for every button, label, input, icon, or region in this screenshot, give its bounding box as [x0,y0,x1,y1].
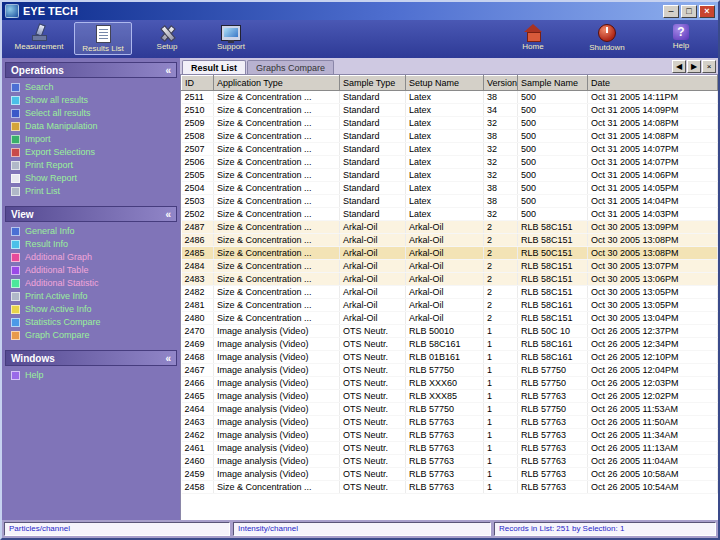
cell: OTS Neutr. [340,325,406,338]
sidebar-item-graph-compare[interactable]: Graph Compare [11,329,175,341]
toolbar-button-shutdown[interactable]: Shutdown [578,22,636,54]
table-row[interactable]: 2464Image analysis (Video)OTS Neutr.RLB … [182,403,718,416]
table-row[interactable]: 2465Image analysis (Video)OTS Neutr.RLB … [182,390,718,403]
tab-graphs-compare[interactable]: Graphs Compare [247,60,334,74]
table-row[interactable]: 2482Size & Concentration ...Arkal-OilArk… [182,286,718,299]
cell: Standard [340,195,406,208]
tab-result-list[interactable]: Result List [182,60,246,74]
sidebar-item-export-selections[interactable]: Export Selections [11,146,175,158]
cell: OTS Neutr. [340,351,406,364]
table-row[interactable]: 2508Size & Concentration ...StandardLate… [182,130,718,143]
toolbar-button-results-list[interactable]: Results List [74,22,132,55]
table-row[interactable]: 2460Image analysis (Video)OTS Neutr.RLB … [182,455,718,468]
cell: 2464 [182,403,214,416]
sidebar-item-general-info[interactable]: General Info [11,225,175,237]
cell: Oct 26 2005 11:04AM [588,455,718,468]
sidebar-item-additional-statistic[interactable]: Additional Statistic [11,277,175,289]
cell: Size & Concentration ... [214,208,340,221]
section-header-windows[interactable]: Windows« [5,350,177,366]
table-row[interactable]: 2503Size & Concentration ...StandardLate… [182,195,718,208]
table-row[interactable]: 2507Size & Concentration ...StandardLate… [182,143,718,156]
column-header-id[interactable]: ID [182,76,214,91]
maximize-button[interactable]: □ [681,5,697,18]
table-row[interactable]: 2462Image analysis (Video)OTS Neutr.RLB … [182,429,718,442]
cell: 2480 [182,312,214,325]
table-row[interactable]: 2487Size & Concentration ...Arkal-OilArk… [182,221,718,234]
table-row[interactable]: 2511Size & Concentration ...StandardLate… [182,91,718,104]
sidebar-item-show-active-info[interactable]: Show Active Info [11,303,175,315]
collapse-chevron-icon[interactable]: « [165,209,171,220]
sidebar-item-print-list[interactable]: Print List [11,185,175,197]
sidebar-item-print-report[interactable]: Print Report [11,159,175,171]
table-row[interactable]: 2486Size & Concentration ...Arkal-OilArk… [182,234,718,247]
cell: Oct 30 2005 13:07PM [588,260,718,273]
table-row[interactable]: 2505Size & Concentration ...StandardLate… [182,169,718,182]
table-row[interactable]: 2466Image analysis (Video)OTS Neutr.RLB … [182,377,718,390]
table-row[interactable]: 2506Size & Concentration ...StandardLate… [182,156,718,169]
sidebar-item-show-all-results[interactable]: Show all results [11,94,175,106]
table-row[interactable]: 2468Image analysis (Video)OTS Neutr.RLB … [182,351,718,364]
sidebar-item-statistics-compare[interactable]: Statistics Compare [11,316,175,328]
cell: Latex [406,104,484,117]
sidebar-item-show-report[interactable]: Show Report [11,172,175,184]
sidebar-item-additional-table[interactable]: Additional Table [11,264,175,276]
table-row-selected[interactable]: 2485Size & Concentration ...Arkal-OilArk… [182,247,718,260]
cell: RLB 58C161 [406,338,484,351]
close-button[interactable]: × [699,5,715,18]
column-header-version[interactable]: Version [484,76,518,91]
table-row[interactable]: 2458Size & Concentration ...OTS Neutr.RL… [182,481,718,494]
toolbar-button-setup[interactable]: Setup [138,22,196,55]
cell: Arkal-Oil [406,273,484,286]
cell: Oct 31 2005 14:03PM [588,208,718,221]
tab-scroll-right-button[interactable]: ▶ [687,60,701,73]
cell: Standard [340,182,406,195]
table-row[interactable]: 2461Image analysis (Video)OTS Neutr.RLB … [182,442,718,455]
cell: Size & Concentration ... [214,260,340,273]
table-row[interactable]: 2502Size & Concentration ...StandardLate… [182,208,718,221]
cell: 500 [518,143,588,156]
sidebar-item-search[interactable]: Search [11,81,175,93]
table-row[interactable]: 2469Image analysis (Video)OTS Neutr.RLB … [182,338,718,351]
table-row[interactable]: 2459Image analysis (Video)OTS Neutr.RLB … [182,468,718,481]
column-header-sample-type[interactable]: Sample Type [340,76,406,91]
sidebar-sections: Operations«SearchShow all resultsSelect … [5,62,177,383]
sidebar-item-select-all-results[interactable]: Select all results [11,107,175,119]
sidebar-item-import[interactable]: Import [11,133,175,145]
sidebar-item-print-active-info[interactable]: Print Active Info [11,290,175,302]
table-row[interactable]: 2467Image analysis (Video)OTS Neutr.RLB … [182,364,718,377]
toolbar-button-help[interactable]: ? Help [652,22,710,54]
tab-close-button[interactable]: × [702,60,716,73]
sidebar-item-additional-graph[interactable]: Additional Graph [11,251,175,263]
sidebar-item-data-manipulation[interactable]: Data Manipulation [11,120,175,132]
cell: Oct 26 2005 10:54AM [588,481,718,494]
title-bar[interactable]: EYE TECH – □ × [2,2,718,20]
cell: 38 [484,130,518,143]
cell: 2467 [182,364,214,377]
table-row[interactable]: 2480Size & Concentration ...Arkal-OilArk… [182,312,718,325]
collapse-chevron-icon[interactable]: « [165,65,171,76]
section-header-view[interactable]: View« [5,206,177,222]
table-row[interactable]: 2484Size & Concentration ...Arkal-OilArk… [182,260,718,273]
minimize-button[interactable]: – [663,5,679,18]
table-row[interactable]: 2463Image analysis (Video)OTS Neutr.RLB … [182,416,718,429]
table-row[interactable]: 2509Size & Concentration ...StandardLate… [182,117,718,130]
table-row[interactable]: 2481Size & Concentration ...Arkal-OilArk… [182,299,718,312]
section-header-operations[interactable]: Operations« [5,62,177,78]
sidebar-item-help[interactable]: Help [11,369,175,381]
cell: Size & Concentration ... [214,286,340,299]
cell: Latex [406,169,484,182]
collapse-chevron-icon[interactable]: « [165,353,171,364]
column-header-setup-name[interactable]: Setup Name [406,76,484,91]
table-row[interactable]: 2510Size & Concentration ...StandardLate… [182,104,718,117]
toolbar-button-support[interactable]: Support [202,22,260,55]
sidebar-item-result-info[interactable]: Result Info [11,238,175,250]
column-header-application-type[interactable]: Application Type [214,76,340,91]
column-header-date[interactable]: Date [588,76,718,91]
table-row[interactable]: 2504Size & Concentration ...StandardLate… [182,182,718,195]
column-header-sample-name[interactable]: Sample Name [518,76,588,91]
tab-scroll-left-button[interactable]: ◀ [672,60,686,73]
toolbar-button-home[interactable]: Home [504,22,562,54]
table-row[interactable]: 2483Size & Concentration ...Arkal-OilArk… [182,273,718,286]
table-row[interactable]: 2470Image analysis (Video)OTS Neutr.RLB … [182,325,718,338]
toolbar-button-measurement[interactable]: Measurement [10,22,68,55]
